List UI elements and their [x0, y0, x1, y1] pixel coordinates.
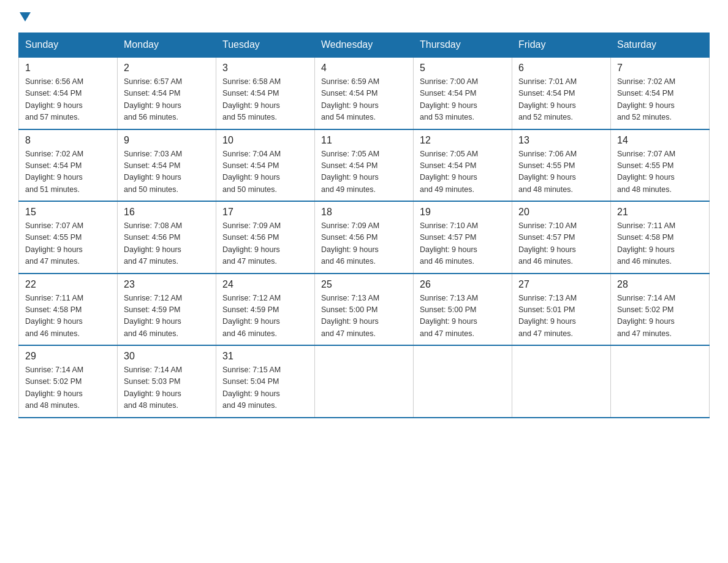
- logo-triangle-icon: [20, 12, 31, 21]
- day-info: Sunrise: 7:09 AM Sunset: 4:56 PM Dayligh…: [222, 220, 308, 268]
- day-number: 29: [25, 351, 111, 362]
- day-info: Sunrise: 7:05 AM Sunset: 4:54 PM Dayligh…: [420, 148, 506, 196]
- day-info: Sunrise: 6:57 AM Sunset: 4:54 PM Dayligh…: [124, 76, 210, 124]
- calendar-cell: 28 Sunrise: 7:14 AM Sunset: 5:02 PM Dayl…: [611, 274, 710, 346]
- calendar-cell: [414, 345, 512, 418]
- calendar-table: SundayMondayTuesdayWednesdayThursdayFrid…: [18, 33, 710, 418]
- calendar-cell: 22 Sunrise: 7:11 AM Sunset: 4:58 PM Dayl…: [19, 274, 118, 346]
- day-number: 17: [222, 207, 308, 218]
- day-number: 19: [420, 207, 506, 218]
- calendar-cell: 17 Sunrise: 7:09 AM Sunset: 4:56 PM Dayl…: [216, 201, 315, 274]
- day-number: 11: [321, 135, 407, 146]
- calendar-cell: 7 Sunrise: 7:02 AM Sunset: 4:54 PM Dayli…: [611, 57, 710, 129]
- day-info: Sunrise: 7:02 AM Sunset: 4:54 PM Dayligh…: [617, 76, 703, 124]
- calendar-cell: 10 Sunrise: 7:04 AM Sunset: 4:54 PM Dayl…: [216, 129, 315, 202]
- day-info: Sunrise: 6:56 AM Sunset: 4:54 PM Dayligh…: [25, 76, 111, 124]
- day-info: Sunrise: 7:05 AM Sunset: 4:54 PM Dayligh…: [321, 148, 407, 196]
- day-info: Sunrise: 7:07 AM Sunset: 4:55 PM Dayligh…: [25, 220, 111, 268]
- day-info: Sunrise: 7:14 AM Sunset: 5:03 PM Dayligh…: [124, 364, 210, 412]
- calendar-cell: 30 Sunrise: 7:14 AM Sunset: 5:03 PM Dayl…: [118, 345, 216, 418]
- day-number: 4: [321, 63, 407, 74]
- day-number: 20: [518, 207, 604, 218]
- calendar-week-row: 29 Sunrise: 7:14 AM Sunset: 5:02 PM Dayl…: [19, 345, 710, 418]
- calendar-cell: 2 Sunrise: 6:57 AM Sunset: 4:54 PM Dayli…: [118, 57, 216, 129]
- calendar-cell: 6 Sunrise: 7:01 AM Sunset: 4:54 PM Dayli…: [512, 57, 611, 129]
- calendar-cell: [512, 345, 611, 418]
- day-info: Sunrise: 7:11 AM Sunset: 4:58 PM Dayligh…: [25, 293, 111, 340]
- day-info: Sunrise: 7:10 AM Sunset: 4:57 PM Dayligh…: [420, 220, 506, 268]
- calendar-cell: 9 Sunrise: 7:03 AM Sunset: 4:54 PM Dayli…: [118, 129, 216, 202]
- calendar-cell: 19 Sunrise: 7:10 AM Sunset: 4:57 PM Dayl…: [414, 201, 512, 274]
- day-number: 2: [124, 63, 210, 74]
- calendar-cell: 20 Sunrise: 7:10 AM Sunset: 4:57 PM Dayl…: [512, 201, 611, 274]
- calendar-week-row: 22 Sunrise: 7:11 AM Sunset: 4:58 PM Dayl…: [19, 274, 710, 346]
- day-number: 21: [617, 207, 703, 218]
- day-number: 28: [617, 279, 703, 290]
- day-number: 9: [124, 135, 210, 146]
- day-info: Sunrise: 7:02 AM Sunset: 4:54 PM Dayligh…: [25, 148, 111, 196]
- day-info: Sunrise: 7:10 AM Sunset: 4:57 PM Dayligh…: [518, 220, 604, 268]
- day-number: 30: [124, 351, 210, 362]
- calendar-cell: 23 Sunrise: 7:12 AM Sunset: 4:59 PM Dayl…: [118, 274, 216, 346]
- calendar-day-header: Saturday: [611, 33, 710, 58]
- day-info: Sunrise: 7:03 AM Sunset: 4:54 PM Dayligh…: [124, 148, 210, 196]
- day-info: Sunrise: 7:04 AM Sunset: 4:54 PM Dayligh…: [222, 148, 308, 196]
- page-header: [18, 12, 710, 21]
- calendar-cell: 13 Sunrise: 7:06 AM Sunset: 4:55 PM Dayl…: [512, 129, 611, 202]
- day-number: 1: [25, 63, 111, 74]
- calendar-cell: 3 Sunrise: 6:58 AM Sunset: 4:54 PM Dayli…: [216, 57, 315, 129]
- day-info: Sunrise: 7:14 AM Sunset: 5:02 PM Dayligh…: [617, 293, 703, 340]
- day-number: 24: [222, 279, 308, 290]
- day-number: 14: [617, 135, 703, 146]
- day-number: 23: [124, 279, 210, 290]
- calendar-cell: 29 Sunrise: 7:14 AM Sunset: 5:02 PM Dayl…: [19, 345, 118, 418]
- day-number: 8: [25, 135, 111, 146]
- day-number: 18: [321, 207, 407, 218]
- calendar-cell: 16 Sunrise: 7:08 AM Sunset: 4:56 PM Dayl…: [118, 201, 216, 274]
- day-number: 10: [222, 135, 308, 146]
- day-info: Sunrise: 7:14 AM Sunset: 5:02 PM Dayligh…: [25, 364, 111, 412]
- day-number: 16: [124, 207, 210, 218]
- day-info: Sunrise: 6:58 AM Sunset: 4:54 PM Dayligh…: [222, 76, 308, 124]
- calendar-cell: 5 Sunrise: 7:00 AM Sunset: 4:54 PM Dayli…: [414, 57, 512, 129]
- calendar-day-header: Sunday: [19, 33, 118, 58]
- calendar-cell: [315, 345, 414, 418]
- day-number: 31: [222, 351, 308, 362]
- calendar-header-row: SundayMondayTuesdayWednesdayThursdayFrid…: [19, 33, 710, 58]
- day-info: Sunrise: 7:06 AM Sunset: 4:55 PM Dayligh…: [518, 148, 604, 196]
- day-info: Sunrise: 7:07 AM Sunset: 4:55 PM Dayligh…: [617, 148, 703, 196]
- calendar-week-row: 1 Sunrise: 6:56 AM Sunset: 4:54 PM Dayli…: [19, 57, 710, 129]
- calendar-cell: 12 Sunrise: 7:05 AM Sunset: 4:54 PM Dayl…: [414, 129, 512, 202]
- calendar-cell: 24 Sunrise: 7:12 AM Sunset: 4:59 PM Dayl…: [216, 274, 315, 346]
- calendar-week-row: 15 Sunrise: 7:07 AM Sunset: 4:55 PM Dayl…: [19, 201, 710, 274]
- calendar-cell: 21 Sunrise: 7:11 AM Sunset: 4:58 PM Dayl…: [611, 201, 710, 274]
- calendar-cell: 1 Sunrise: 6:56 AM Sunset: 4:54 PM Dayli…: [19, 57, 118, 129]
- day-number: 13: [518, 135, 604, 146]
- calendar-day-header: Tuesday: [216, 33, 315, 58]
- calendar-day-header: Friday: [512, 33, 611, 58]
- calendar-cell: 8 Sunrise: 7:02 AM Sunset: 4:54 PM Dayli…: [19, 129, 118, 202]
- day-number: 7: [617, 63, 703, 74]
- calendar-week-row: 8 Sunrise: 7:02 AM Sunset: 4:54 PM Dayli…: [19, 129, 710, 202]
- day-number: 3: [222, 63, 308, 74]
- calendar-cell: 11 Sunrise: 7:05 AM Sunset: 4:54 PM Dayl…: [315, 129, 414, 202]
- day-info: Sunrise: 7:13 AM Sunset: 5:01 PM Dayligh…: [518, 293, 604, 340]
- calendar-cell: 4 Sunrise: 6:59 AM Sunset: 4:54 PM Dayli…: [315, 57, 414, 129]
- day-info: Sunrise: 7:12 AM Sunset: 4:59 PM Dayligh…: [222, 293, 308, 340]
- day-info: Sunrise: 7:15 AM Sunset: 5:04 PM Dayligh…: [222, 364, 308, 412]
- day-info: Sunrise: 7:01 AM Sunset: 4:54 PM Dayligh…: [518, 76, 604, 124]
- calendar-day-header: Wednesday: [315, 33, 414, 58]
- day-info: Sunrise: 7:13 AM Sunset: 5:00 PM Dayligh…: [420, 293, 506, 340]
- logo: [18, 12, 31, 21]
- day-number: 22: [25, 279, 111, 290]
- day-number: 15: [25, 207, 111, 218]
- day-info: Sunrise: 6:59 AM Sunset: 4:54 PM Dayligh…: [321, 76, 407, 124]
- calendar-cell: 27 Sunrise: 7:13 AM Sunset: 5:01 PM Dayl…: [512, 274, 611, 346]
- day-number: 25: [321, 279, 407, 290]
- day-info: Sunrise: 7:09 AM Sunset: 4:56 PM Dayligh…: [321, 220, 407, 268]
- day-info: Sunrise: 7:12 AM Sunset: 4:59 PM Dayligh…: [124, 293, 210, 340]
- day-info: Sunrise: 7:00 AM Sunset: 4:54 PM Dayligh…: [420, 76, 506, 124]
- day-number: 12: [420, 135, 506, 146]
- day-number: 27: [518, 279, 604, 290]
- calendar-cell: [611, 345, 710, 418]
